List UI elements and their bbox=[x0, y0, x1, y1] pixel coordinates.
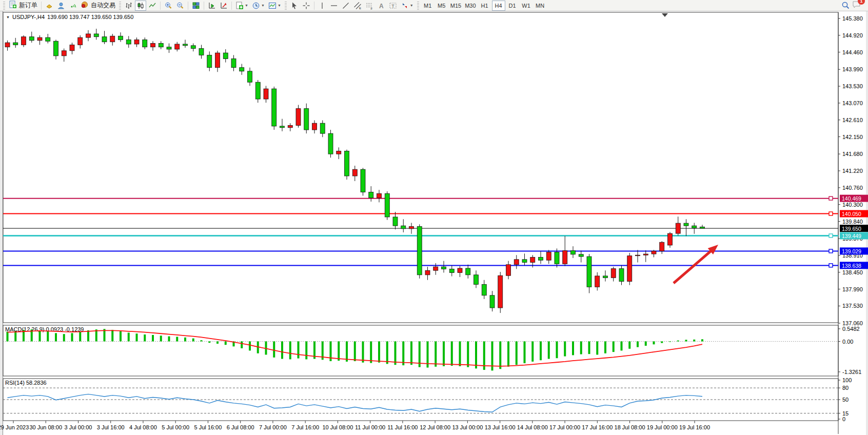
auto-scroll-button[interactable] bbox=[206, 1, 218, 11]
svg-text:139.029: 139.029 bbox=[842, 248, 861, 254]
tab-m30[interactable]: M30 bbox=[463, 1, 477, 11]
candlestick-plot[interactable] bbox=[5, 29, 705, 313]
rsi-line bbox=[8, 394, 703, 412]
chart-line-button[interactable] bbox=[147, 1, 158, 11]
toolbar-separator bbox=[231, 2, 232, 10]
toolbar-grip[interactable] bbox=[285, 2, 287, 10]
new-order-icon bbox=[9, 1, 17, 10]
level-lines: 140.469140.050139.650139.449139.029138.6… bbox=[3, 195, 868, 269]
level-line-handle[interactable] bbox=[829, 249, 833, 253]
chart-ohlc-label: 139.690 139.747 139.650 139.650 bbox=[47, 14, 133, 20]
svg-text:18 Jul 08:00: 18 Jul 08:00 bbox=[615, 424, 645, 430]
fibonacci-icon: F bbox=[365, 2, 373, 10]
level-line-handle[interactable] bbox=[829, 212, 833, 215]
signals-button[interactable] bbox=[67, 1, 78, 11]
tab-w1[interactable]: W1 bbox=[520, 1, 533, 11]
chart-title: ▼ USDJPY-,H4 139.690 139.747 139.650 139… bbox=[6, 14, 133, 20]
svg-text:3 Jul 00:00: 3 Jul 00:00 bbox=[65, 424, 92, 430]
price-chart[interactable]: 145.380144.920144.460143.990143.530143.0… bbox=[0, 0, 868, 435]
vertical-line-icon bbox=[318, 2, 326, 10]
svg-text:F: F bbox=[370, 7, 372, 10]
chart-candles-button[interactable] bbox=[135, 1, 146, 11]
chart-shift-marker[interactable] bbox=[662, 13, 668, 17]
tab-m15[interactable]: M15 bbox=[449, 1, 463, 11]
new-chart-button[interactable]: ▼ bbox=[234, 1, 250, 11]
tile-windows-button[interactable] bbox=[190, 1, 202, 11]
community-button[interactable] bbox=[55, 1, 67, 11]
text-label-tool-button[interactable]: T bbox=[387, 1, 399, 11]
symbol-dropdown-icon[interactable]: ▼ bbox=[6, 15, 10, 19]
notifications-button[interactable]: 1 bbox=[852, 0, 861, 11]
svg-text:144.920: 144.920 bbox=[842, 32, 863, 38]
templates-button[interactable]: ▼ bbox=[267, 1, 283, 11]
dropdown-caret-icon: ▼ bbox=[278, 4, 281, 7]
svg-text:5 Jul 00:00: 5 Jul 00:00 bbox=[162, 424, 189, 430]
svg-text:7 Jul 00:00: 7 Jul 00:00 bbox=[259, 424, 287, 430]
svg-text:138.450: 138.450 bbox=[842, 269, 863, 275]
level-line-handle[interactable] bbox=[829, 196, 833, 200]
svg-text:0: 0 bbox=[842, 416, 845, 422]
svg-text:140.760: 140.760 bbox=[842, 185, 863, 191]
toolbar-separator bbox=[204, 2, 204, 10]
toolbar-grip[interactable] bbox=[3, 2, 5, 10]
toolbar-grip[interactable] bbox=[417, 2, 419, 10]
periods-button[interactable]: ▼ bbox=[250, 1, 266, 11]
svg-text:7 Jul 16:00: 7 Jul 16:00 bbox=[291, 424, 319, 430]
zoom-out-button[interactable] bbox=[174, 1, 186, 11]
svg-text:29 Jun 2023: 29 Jun 2023 bbox=[0, 424, 29, 430]
chart-shift-icon bbox=[220, 2, 228, 10]
svg-text:T: T bbox=[391, 3, 394, 8]
dropdown-caret-icon: ▼ bbox=[410, 4, 413, 7]
channel-tool-button[interactable]: E bbox=[352, 1, 363, 11]
new-chart-icon bbox=[235, 2, 244, 10]
chart-shift-button[interactable] bbox=[218, 1, 229, 11]
auto-trading-button[interactable]: 自动交易 bbox=[79, 1, 117, 11]
trendline-icon bbox=[342, 2, 350, 10]
svg-text:100: 100 bbox=[842, 377, 852, 383]
template-icon bbox=[268, 2, 277, 10]
fibonacci-tool-button[interactable]: F bbox=[364, 1, 375, 11]
svg-text:-1.3261: -1.3261 bbox=[842, 369, 861, 375]
tab-h1[interactable]: H1 bbox=[478, 1, 491, 11]
vertical-line-tool-button[interactable] bbox=[317, 1, 328, 11]
svg-text:139.650: 139.650 bbox=[842, 226, 861, 232]
crosshair-tool-button[interactable] bbox=[301, 1, 312, 11]
svg-text:11 Jul 00:00: 11 Jul 00:00 bbox=[355, 424, 385, 430]
horizontal-line-tool-button[interactable] bbox=[328, 1, 340, 11]
tab-mn[interactable]: MN bbox=[534, 1, 547, 11]
svg-text:143.990: 143.990 bbox=[842, 66, 863, 72]
time-axis[interactable]: 29 Jun 202330 Jun 08:003 Jul 00:003 Jul … bbox=[0, 421, 710, 430]
tab-d1[interactable]: D1 bbox=[506, 1, 519, 11]
level-line-handle[interactable] bbox=[829, 234, 833, 238]
chart-bars-button[interactable] bbox=[123, 1, 134, 11]
svg-text:15: 15 bbox=[842, 410, 849, 417]
auto-scroll-icon bbox=[208, 2, 216, 10]
text-label-icon: T bbox=[389, 2, 397, 10]
tab-h4[interactable]: H4 bbox=[492, 1, 505, 11]
trend-arrow[interactable] bbox=[674, 245, 718, 283]
auto-trading-label: 自动交易 bbox=[91, 1, 115, 10]
cursor-tool-button[interactable] bbox=[289, 1, 300, 11]
dropdown-caret-icon: ▼ bbox=[261, 4, 265, 7]
price-axis[interactable]: 145.380144.920144.460143.990143.530143.0… bbox=[838, 15, 863, 326]
toolbar-grip[interactable] bbox=[119, 2, 121, 10]
svg-text:139.840: 139.840 bbox=[842, 219, 863, 225]
arrows-tool-button[interactable]: ▼ bbox=[399, 1, 415, 11]
tile-windows-icon bbox=[192, 2, 200, 10]
line-chart-icon bbox=[148, 2, 156, 10]
trendline-tool-button[interactable] bbox=[340, 1, 351, 11]
svg-text:140.300: 140.300 bbox=[842, 202, 863, 208]
svg-text:143.070: 143.070 bbox=[842, 100, 863, 106]
tab-m1[interactable]: M1 bbox=[421, 1, 435, 11]
market-button[interactable] bbox=[44, 1, 55, 11]
level-line-handle[interactable] bbox=[829, 264, 833, 267]
svg-text:13 Jul 16:00: 13 Jul 16:00 bbox=[485, 424, 516, 430]
search-button[interactable] bbox=[840, 1, 852, 11]
zoom-in-button[interactable] bbox=[163, 1, 174, 11]
tab-m5[interactable]: M5 bbox=[435, 1, 448, 11]
new-order-button[interactable]: 新订单 bbox=[7, 1, 39, 11]
text-tool-button[interactable]: A bbox=[376, 1, 387, 11]
svg-text:80: 80 bbox=[842, 385, 849, 391]
svg-text:13 Jul 00:00: 13 Jul 00:00 bbox=[452, 424, 483, 430]
svg-text:138.638: 138.638 bbox=[842, 263, 861, 269]
